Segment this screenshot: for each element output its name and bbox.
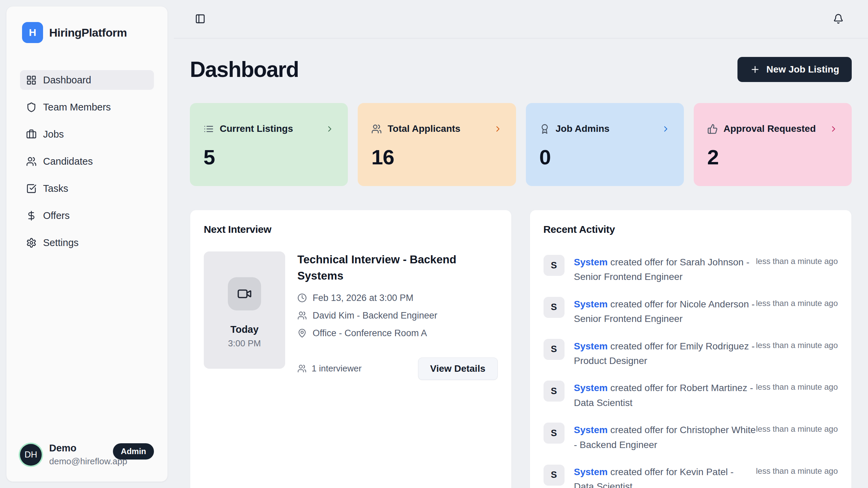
- activity-text: System created offer for Nicole Anderson…: [574, 297, 756, 326]
- stat-card-current-listings[interactable]: Current Listings5: [190, 103, 348, 186]
- role-badge: Admin: [113, 443, 154, 460]
- activity-item: SSystem created offer for Emily Rodrigue…: [544, 339, 838, 368]
- view-details-button[interactable]: View Details: [418, 358, 498, 380]
- chevron-right-icon[interactable]: [829, 124, 838, 134]
- interview-detail-row: Office - Conference Room A: [297, 328, 498, 339]
- panel-left-icon: [195, 14, 205, 24]
- sidebar-toggle-button[interactable]: [195, 14, 205, 25]
- next-interview-panel: Next Interview Today 3:00 PM Technical I…: [190, 210, 512, 488]
- gear-icon: [26, 238, 37, 248]
- activity-actor-link[interactable]: System: [574, 383, 608, 393]
- sidebar-item-settings[interactable]: Settings: [20, 233, 154, 252]
- sidebar-item-offers[interactable]: Offers: [20, 206, 154, 225]
- user-meta: Demo demo@hireflow.app: [49, 443, 113, 467]
- stat-value: 0: [539, 145, 670, 169]
- interview-title: Technical Interview - Backend Systems: [297, 251, 487, 284]
- app-title: HiringPlatform: [49, 26, 127, 39]
- new-job-listing-button[interactable]: New Job Listing: [737, 57, 852, 82]
- activity-actor-link[interactable]: System: [574, 425, 608, 435]
- sidebar-item-label: Offers: [43, 210, 70, 221]
- stat-value: 2: [707, 145, 838, 169]
- users-icon: [371, 124, 382, 134]
- activity-item: SSystem created offer for Nicole Anderso…: [544, 297, 838, 326]
- activity-actor-link[interactable]: System: [574, 257, 608, 267]
- user-email: demo@hireflow.app: [49, 456, 113, 467]
- interview-day-label: Today: [230, 324, 258, 335]
- topbar: [174, 0, 868, 39]
- plus-icon: [750, 64, 760, 75]
- stat-label: Approval Requested: [724, 123, 816, 134]
- activity-item: SSystem created offer for Sarah Johnson …: [544, 255, 838, 284]
- stat-card-header: Approval Requested: [707, 123, 838, 134]
- sidebar-item-team-members[interactable]: Team Members: [20, 97, 154, 117]
- users-icon: [297, 364, 307, 373]
- bell-icon: [833, 14, 844, 24]
- activity-item: SSystem created offer for Christopher Wh…: [544, 423, 838, 452]
- users-icon: [297, 311, 307, 320]
- activity-text: System created offer for Robert Martinez…: [574, 381, 756, 410]
- stat-card-total-applicants[interactable]: Total Applicants16: [358, 103, 516, 186]
- page-title: Dashboard: [190, 57, 299, 82]
- thumbs-up-icon: [707, 124, 718, 134]
- activity-actor-link[interactable]: System: [574, 299, 608, 309]
- interview-detail-row: David Kim - Backend Engineer: [297, 310, 498, 321]
- interview-detail-text: Feb 13, 2026 at 3:00 PM: [313, 293, 413, 303]
- interviewer-count-label: 1 interviewer: [312, 363, 361, 374]
- user-card[interactable]: DH Demo demo@hireflow.app Admin: [20, 443, 154, 467]
- stat-card-header: Total Applicants: [371, 123, 502, 134]
- activity-actor-link[interactable]: System: [574, 341, 608, 351]
- chevron-right-icon[interactable]: [493, 124, 502, 134]
- user-name: Demo: [49, 443, 113, 454]
- stat-card-job-admins[interactable]: Job Admins0: [526, 103, 684, 186]
- briefcase-icon: [26, 129, 37, 140]
- video-icon-tile: [228, 277, 261, 310]
- sidebar-item-tasks[interactable]: Tasks: [20, 179, 154, 198]
- interview-media-tile: Today 3:00 PM: [204, 251, 285, 369]
- recent-activity-panel: Recent Activity SSystem created offer fo…: [530, 210, 852, 488]
- interview-time-label: 3:00 PM: [228, 338, 261, 349]
- chevron-right-icon[interactable]: [325, 124, 334, 134]
- activity-text: System created offer for Kevin Patel - D…: [574, 465, 756, 488]
- sidebar-item-candidates[interactable]: Candidates: [20, 151, 154, 171]
- avatar: DH: [20, 444, 42, 466]
- activity-avatar: S: [544, 255, 565, 276]
- dashboard-content: Dashboard New Job Listing Current Listin…: [174, 57, 868, 488]
- activity-timestamp: less than a minute ago: [756, 339, 838, 350]
- stat-label: Total Applicants: [388, 123, 460, 134]
- sidebar-item-label: Jobs: [43, 129, 64, 140]
- recent-activity-title: Recent Activity: [544, 224, 838, 235]
- interviewer-count: 1 interviewer: [297, 363, 361, 374]
- sidebar: H HiringPlatform DashboardTeam MembersJo…: [6, 6, 168, 482]
- activity-avatar: S: [544, 465, 565, 486]
- notifications-button[interactable]: [833, 14, 844, 25]
- sidebar-item-label: Dashboard: [43, 75, 91, 86]
- activity-actor-link[interactable]: System: [574, 467, 608, 477]
- main-area: Dashboard New Job Listing Current Listin…: [174, 0, 868, 488]
- activity-timestamp: less than a minute ago: [756, 381, 838, 392]
- interview-details: Feb 13, 2026 at 3:00 PMDavid Kim - Backe…: [297, 293, 498, 339]
- stat-card-header: Job Admins: [539, 123, 670, 134]
- activity-timestamp: less than a minute ago: [756, 297, 838, 308]
- interview-detail-text: David Kim - Backend Engineer: [313, 310, 437, 321]
- new-job-listing-label: New Job Listing: [766, 64, 839, 75]
- activity-avatar: S: [544, 297, 565, 318]
- stat-card-approval-requested[interactable]: Approval Requested2: [694, 103, 852, 186]
- activity-avatar: S: [544, 381, 565, 402]
- activity-item: SSystem created offer for Kevin Patel - …: [544, 465, 838, 488]
- sidebar-item-jobs[interactable]: Jobs: [20, 124, 154, 144]
- interview-detail-text: Office - Conference Room A: [313, 328, 427, 339]
- list-icon: [203, 124, 214, 134]
- app-logo: H HiringPlatform: [6, 6, 167, 43]
- award-icon: [539, 124, 550, 134]
- check-square-icon: [26, 183, 37, 194]
- activity-item: SSystem created offer for Robert Martine…: [544, 381, 838, 410]
- activity-text: System created offer for Emily Rodriguez…: [574, 339, 756, 368]
- sidebar-item-dashboard[interactable]: Dashboard: [20, 70, 154, 90]
- sidebar-item-label: Settings: [43, 237, 79, 248]
- users-icon: [26, 156, 37, 167]
- stat-label: Current Listings: [220, 123, 293, 134]
- stat-label: Job Admins: [556, 123, 610, 134]
- chevron-right-icon[interactable]: [661, 124, 670, 134]
- stat-value: 16: [371, 145, 502, 169]
- map-pin-icon: [297, 328, 307, 338]
